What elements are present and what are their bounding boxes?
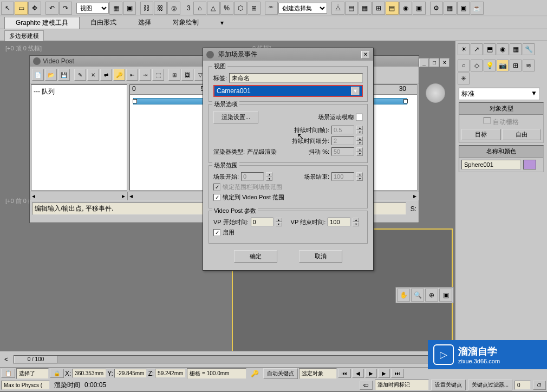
undo-icon[interactable]: ↶	[45, 2, 58, 15]
tab-graphite[interactable]: Graphite 建模工具	[4, 17, 80, 29]
snap-icon-4[interactable]: ⬡	[234, 2, 247, 15]
close-icon[interactable]: ×	[440, 58, 450, 67]
snap-icon-1[interactable]: ⌂	[193, 2, 206, 15]
utilities-tab-icon[interactable]: 🔧	[523, 43, 535, 55]
vp-abut-icon[interactable]: ⬚	[152, 69, 164, 81]
arrow-tool-icon[interactable]: ↖	[1, 2, 14, 15]
add-marker-field[interactable]: 添加时间标记	[375, 380, 429, 390]
vp-delete-icon[interactable]: ✕	[87, 69, 99, 81]
vp-align-right-icon[interactable]: ⇥	[139, 69, 151, 81]
tool-icon-2[interactable]: ▣	[123, 2, 136, 15]
unlink-icon[interactable]: ⛓	[154, 2, 167, 15]
track-end-handle[interactable]	[403, 99, 408, 103]
play-end-icon[interactable]: ⏭	[391, 369, 404, 378]
vp-align-left-icon[interactable]: ⇤	[126, 69, 138, 81]
abc-icon[interactable]: ᴬᴮᶜ	[265, 2, 278, 15]
maxscript-icon[interactable]: 📋	[1, 369, 15, 378]
mirror-icon[interactable]: ⧊	[331, 2, 344, 15]
vp-swap-icon[interactable]: ⇄	[100, 69, 112, 81]
tool-icon-1[interactable]: ▦	[109, 2, 122, 15]
play-next-icon[interactable]: ▶	[378, 369, 390, 378]
tree-scrollbar[interactable]: ◂▸	[30, 192, 127, 200]
systems-icon[interactable]: ✳	[458, 73, 470, 84]
tab-more[interactable]: ▾	[210, 18, 235, 28]
render-frame-icon[interactable]: ▦	[444, 2, 457, 15]
track-start-handle[interactable]	[133, 99, 137, 103]
orbit-icon[interactable]: ⊕	[425, 289, 438, 302]
render-prod-icon[interactable]: ▣	[457, 2, 470, 15]
zoom-icon[interactable]: 🔍	[411, 289, 424, 302]
set-key-button[interactable]: 设置关键点	[431, 380, 466, 390]
motion-tab-icon[interactable]: ◉	[497, 43, 509, 55]
vp-new-icon[interactable]: 📄	[32, 69, 44, 81]
snap-icon-3[interactable]: %	[220, 2, 233, 15]
autokey-button[interactable]: 自动关键点	[263, 368, 298, 379]
lock-vp-checkbox[interactable]: ✓	[213, 194, 220, 201]
z-value[interactable]: 59.242mm	[155, 369, 186, 378]
hierarchy-tab-icon[interactable]: ⬒	[484, 43, 496, 55]
link-icon[interactable]: ⛓	[140, 2, 153, 15]
render-setup-icon[interactable]: ⚙	[430, 2, 443, 15]
geometry-icon[interactable]: ○	[458, 60, 470, 71]
pan-icon[interactable]: ✋	[397, 289, 410, 302]
maximize-icon[interactable]: □	[429, 58, 439, 67]
target-button[interactable]: 目标	[461, 129, 501, 140]
shapes-icon[interactable]: ◇	[471, 60, 483, 71]
render-settings-button[interactable]: 渲染设置...	[213, 111, 258, 123]
display-tab-icon[interactable]: ▦	[510, 43, 522, 55]
subtab-polymodel[interactable]: 多边形建模	[4, 30, 44, 42]
script-listener[interactable]: Max to Physcs (	[1, 381, 50, 390]
view-dropdown[interactable]: 视图	[76, 3, 109, 14]
selection-set-dropdown[interactable]: 创建选择集	[278, 3, 327, 14]
cameras-icon[interactable]: 📷	[497, 60, 509, 71]
align-icon[interactable]: ▤	[345, 2, 358, 15]
x-value[interactable]: 360.353mm	[72, 369, 106, 378]
combo-arrow-icon[interactable]: ▼	[351, 87, 360, 95]
object-name-input[interactable]	[461, 160, 521, 169]
spacewarps-icon[interactable]: ≋	[523, 60, 535, 71]
minimize-icon[interactable]: _	[419, 58, 429, 67]
layers-icon[interactable]: ▦	[359, 2, 372, 15]
modify-tab-icon[interactable]: ↗	[471, 43, 483, 55]
motion-blur-checkbox[interactable]	[356, 114, 363, 121]
play-start-icon[interactable]: ⏮	[338, 369, 351, 378]
y-value[interactable]: -29.845mm	[114, 369, 147, 378]
vp-key-icon[interactable]: 🔑	[113, 69, 125, 81]
vp-edit-icon[interactable]: ✎	[74, 69, 86, 81]
tab-freeform[interactable]: 自由形式	[80, 17, 127, 28]
vp-open-icon[interactable]: 📂	[45, 69, 57, 81]
dialog-titlebar[interactable]: 添加场景事件 ×	[203, 48, 373, 61]
vp-image-icon[interactable]: 🖼	[181, 69, 193, 81]
curve-editor-icon[interactable]: ▤	[386, 2, 399, 15]
material-icon[interactable]: ◉	[399, 2, 412, 15]
select-rect-icon[interactable]: ▭	[15, 2, 28, 15]
object-type-title[interactable]: 对象类型	[459, 103, 543, 115]
tab-object-draw[interactable]: 对象绘制	[162, 17, 210, 28]
vp-end-input[interactable]	[328, 218, 350, 226]
ok-button[interactable]: 确定	[234, 250, 277, 263]
selobj-dropdown[interactable]: 选定对象	[299, 368, 337, 379]
viewcube[interactable]	[426, 83, 445, 103]
dialog-close-button[interactable]: ×	[361, 51, 370, 58]
camera-combobox[interactable]: Camera001 ▼	[213, 85, 363, 97]
move-icon[interactable]: ✥	[28, 2, 41, 15]
snap-icon-5[interactable]: ⊞	[248, 2, 261, 15]
lights-icon[interactable]: 💡	[484, 60, 496, 71]
redo-icon[interactable]: ↷	[59, 2, 72, 15]
enable-checkbox[interactable]: ✓	[213, 229, 220, 236]
time-config-icon[interactable]: ⏱	[533, 381, 546, 390]
play-icon[interactable]: ▶	[365, 369, 377, 378]
spinner-up-icon[interactable]: ▴	[276, 218, 282, 222]
key-filter-button[interactable]: 关键点过滤器...	[468, 380, 512, 390]
snap-icon-2[interactable]: △	[207, 2, 220, 15]
render-icon[interactable]: ▣	[413, 2, 426, 15]
lock-icon[interactable]: 🔒	[50, 369, 64, 378]
helpers-icon[interactable]: ⊞	[510, 60, 522, 71]
cancel-button[interactable]: 取消	[299, 250, 342, 263]
tag-icon[interactable]: 🏷	[360, 381, 373, 390]
name-color-title[interactable]: 名称和颜色	[459, 146, 543, 158]
create-tab-icon[interactable]: ☀	[458, 43, 470, 55]
label-input[interactable]	[229, 73, 363, 83]
maximize-view-icon[interactable]: ▣	[439, 289, 452, 302]
category-dropdown[interactable]: 标准▼	[459, 88, 540, 100]
